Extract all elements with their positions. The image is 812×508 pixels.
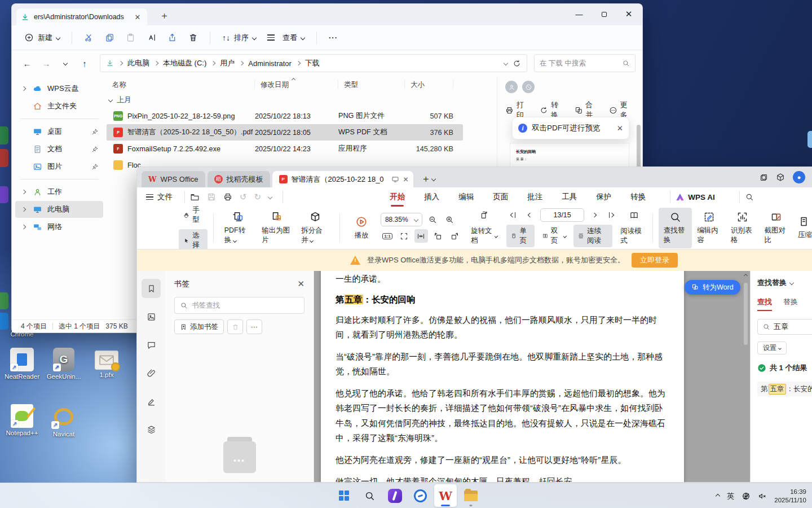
find-input-box[interactable] (757, 319, 812, 335)
actual-size-button[interactable]: 1:1 (381, 229, 394, 243)
tab-close-icon[interactable]: ✕ (403, 176, 409, 183)
sidebar-item-home[interactable]: 主文件夹 (15, 98, 103, 115)
layers-panel-button[interactable] (142, 420, 161, 439)
find-settings-button[interactable]: 设置 (757, 341, 787, 354)
pdf-viewer[interactable]: 归途比来时顺利了许多。仿佛是鲛人的祝福，他们一路顺风顺水，只用了来时一半的时间，… (314, 271, 750, 482)
desktop-icon-geekuninstaller[interactable]: G ↗ GeekUnin... (42, 348, 86, 380)
page-number-input[interactable] (540, 208, 584, 222)
single-page-button[interactable]: 单页 (506, 225, 535, 247)
desktop-icon-neatreader[interactable]: ↗ NeatReader (0, 348, 44, 380)
print-icon[interactable] (223, 192, 232, 202)
edit-content-button[interactable]: 编辑内容 (692, 208, 726, 248)
find-replace-button[interactable]: 查找替换 (659, 208, 692, 248)
split-merge-button[interactable]: 拆分合并 (296, 207, 334, 248)
new-tab-button[interactable]: ＋ (156, 9, 173, 25)
view-button[interactable]: 查看 (263, 30, 309, 46)
refresh-icon[interactable] (513, 59, 521, 68)
sidebar-item-desktop[interactable]: 桌面 (15, 123, 103, 140)
table-recognition-button[interactable]: 识别表格 (726, 208, 760, 248)
history-dropdown[interactable] (57, 55, 74, 71)
menu-edit[interactable]: 编辑 (458, 192, 474, 202)
wps-template-tab[interactable]: 稻 找稻壳模板 (208, 171, 270, 187)
group-header[interactable]: 上月 (107, 92, 497, 108)
account-avatar[interactable]: ● (793, 171, 805, 183)
breadcrumb-item[interactable]: 此电脑 (127, 58, 149, 68)
zoom-level-select[interactable]: 88.35% (381, 213, 422, 226)
blocked-icon[interactable] (522, 81, 535, 93)
cut-button[interactable] (80, 30, 98, 45)
scroll-up-icon[interactable] (743, 274, 747, 278)
undo-icon[interactable]: ↺ (240, 192, 247, 202)
breadcrumb-item[interactable]: 用户 (220, 58, 235, 68)
attachments-panel-button[interactable] (142, 364, 161, 383)
wps-home-tab[interactable]: W WPS Office (142, 171, 205, 187)
ime-indicator[interactable]: 英 (727, 491, 734, 501)
explorer-tab[interactable]: ers\Administrator\Downloads ✕ (16, 8, 147, 25)
menu-file[interactable]: 文件 (157, 192, 173, 202)
restore-layout-icon[interactable] (760, 173, 768, 182)
screen-icon[interactable] (391, 176, 399, 183)
chevron-down-icon[interactable] (431, 177, 435, 181)
convert-to-word-button[interactable]: 转为Word (685, 280, 740, 295)
file-row[interactable]: PNGPixPin_2025-10-22_18-12-59.png 2025/1… (107, 108, 463, 124)
taskbar-wps[interactable]: W (434, 484, 457, 507)
volume-muted-icon[interactable] (758, 492, 767, 501)
tooltip-close-icon[interactable]: ✕ (617, 124, 623, 133)
menu-insert[interactable]: 插入 (424, 192, 439, 202)
new-document-button[interactable]: ＋ (421, 172, 431, 185)
more-options-button[interactable]: ··· (324, 30, 342, 45)
breadcrumb-item[interactable]: Administrator (248, 59, 292, 68)
taskbar-search-button[interactable] (358, 484, 381, 507)
rename-button[interactable] (142, 30, 161, 45)
menu-page[interactable]: 页面 (493, 192, 508, 202)
bookmark-more-button[interactable]: ··· (246, 319, 262, 334)
prev-page-button[interactable] (523, 208, 537, 222)
user-avatar-icon[interactable] (505, 81, 518, 93)
explorer-search[interactable] (534, 54, 636, 72)
tab-close-icon[interactable]: ✕ (133, 13, 143, 21)
fit-width-button[interactable] (414, 229, 428, 243)
menu-comment[interactable]: 批注 (527, 192, 542, 202)
replace-tab[interactable]: 替换 (783, 297, 798, 311)
select-tool-button[interactable]: 选择 (179, 229, 208, 252)
rotate-document-button[interactable]: 旋转文档 (466, 225, 502, 247)
column-date[interactable]: 修改日期 (255, 80, 338, 89)
taskbar-clock[interactable]: 16:39 2025/11/10 (774, 488, 806, 505)
screenshot-compare-button[interactable]: 截图对比 (759, 208, 793, 248)
thumbnails-panel-button[interactable] (142, 307, 161, 326)
hand-tool-button[interactable]: 手型 (179, 204, 208, 226)
taskbar-file-explorer[interactable] (460, 484, 482, 507)
desktop-icon-1pfx[interactable]: 1.pfx (85, 348, 129, 378)
export-image-button[interactable]: 输出为图片 (257, 207, 296, 248)
search-result-item[interactable]: 第五章：长安的回 (757, 382, 812, 396)
document-scrollbar[interactable] (742, 274, 749, 478)
maximize-button[interactable] (592, 5, 616, 23)
add-bookmark-button[interactable]: 添加书签 (174, 319, 224, 334)
menu-convert[interactable]: 转换 (630, 192, 646, 202)
sidebar-item-this-pc[interactable]: 此电脑 (15, 201, 103, 218)
breadcrumb-item[interactable]: 本地磁盘 (C:) (163, 58, 206, 68)
compress-button[interactable]: 压缩 (793, 212, 812, 243)
wps-ai-button[interactable]: WPS AI (676, 193, 715, 202)
double-page-button[interactable]: 双页 (538, 225, 571, 247)
sidebar-item-pictures[interactable]: 图片 (15, 158, 103, 175)
play-button[interactable]: 播放 (346, 212, 377, 244)
breadcrumb-item[interactable]: 下载 (305, 58, 320, 68)
minimize-button[interactable]: — (567, 5, 592, 23)
column-name[interactable]: 名称 (107, 80, 255, 89)
search-icon[interactable] (745, 192, 754, 202)
paste-button[interactable] (121, 30, 140, 45)
back-button[interactable]: ← (19, 55, 36, 71)
rotate-right-button[interactable] (448, 229, 462, 243)
panel-close-icon[interactable]: ✕ (297, 279, 304, 289)
sidebar-item-documents[interactable]: 文档 (15, 141, 103, 157)
sidebar-item-wps-cloud[interactable]: WPS云盘 (15, 80, 103, 97)
desktop-icon-notepadpp[interactable]: ↗ Notepad++ (0, 404, 44, 436)
start-button[interactable] (333, 484, 355, 507)
save-icon[interactable] (207, 192, 216, 202)
open-folder-icon[interactable] (190, 192, 200, 202)
pdf-convert-button[interactable]: PDF转换 (219, 207, 257, 248)
sidebar-item-network[interactable]: 网络 (15, 218, 103, 235)
zoom-in-button[interactable] (443, 213, 456, 226)
rotate-left-button[interactable] (431, 229, 445, 243)
